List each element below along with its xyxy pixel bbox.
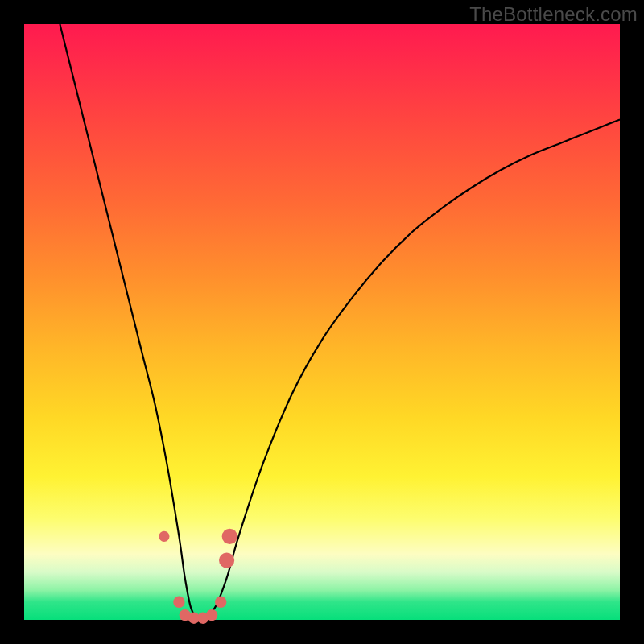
- curve-markers: [159, 529, 237, 624]
- curve-marker: [215, 597, 226, 608]
- chart-plot-area: [24, 24, 620, 620]
- curve-marker: [173, 597, 184, 608]
- chart-svg: [24, 24, 620, 620]
- curve-marker: [222, 529, 237, 544]
- bottleneck-curve: [60, 24, 620, 618]
- watermark-text: TheBottleneck.com: [469, 3, 638, 26]
- chart-frame: TheBottleneck.com: [0, 0, 644, 644]
- curve-marker: [206, 609, 217, 621]
- curve-marker: [219, 552, 234, 568]
- curve-marker: [159, 531, 169, 542]
